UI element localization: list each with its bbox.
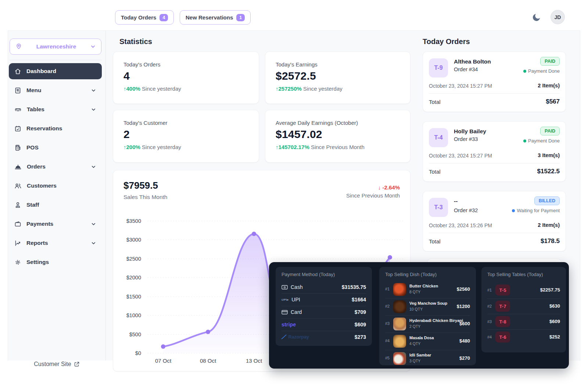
stripe-logo: stripe [282, 322, 296, 327]
customer-site-link[interactable]: Customer Site [8, 361, 106, 367]
location-name: Lawrenceshire [22, 43, 90, 50]
sidebar-item-label: Customers [27, 182, 57, 189]
table-badge: T-7 [495, 301, 510, 312]
total-label: Total [429, 99, 441, 105]
chevron-down-icon [90, 44, 96, 50]
sidebar-item-label: Reports [26, 240, 86, 246]
payment-method-panel: Payment Method (Today) Cash $31535.75 UP… [276, 267, 372, 346]
top-selling-dish-panel: Top Selling Dish (Today) #1 Butter Chick… [379, 267, 476, 365]
avatar-initials: JD [555, 14, 561, 20]
table-rank-row: #3 T-8 $609 [487, 315, 560, 329]
dashboard-page: Today Orders 4 New Reservations 1 JD Law… [0, 0, 588, 384]
cloche-icon [14, 163, 22, 170]
stat-card-todays-customer: Today's Customer 2 ↑200% Since yesterday [113, 110, 259, 163]
order-divider [429, 233, 560, 233]
total-value: $1522.5 [537, 168, 560, 175]
order-card[interactable]: T-3 -- Order #32 BILLED Waiting for Paym… [423, 191, 566, 251]
table-badge: T-3 [429, 198, 448, 217]
sidebar-divider [9, 60, 102, 60]
today-orders-button[interactable]: Today Orders 4 [115, 10, 174, 25]
moon-icon [531, 12, 542, 22]
sidebar-item-reservations[interactable]: Reservations [9, 120, 102, 137]
chevron-down-icon [91, 107, 96, 112]
new-reservations-button[interactable]: New Reservations 1 [180, 10, 251, 25]
payment-state-dot [523, 70, 526, 73]
sidebar-item-menu[interactable]: Menu [9, 82, 102, 98]
chevron-down-icon [91, 164, 96, 170]
sidebar-item-reports[interactable]: Reports [9, 235, 102, 251]
stat-delta: ↑200% Since yesterday [123, 144, 248, 150]
payment-state: Payment Done [523, 138, 560, 144]
stat-value: $2572.5 [276, 70, 400, 82]
sidebar-item-staff[interactable]: Staff [9, 197, 102, 213]
sidebar-item-label: Reservations [26, 125, 62, 132]
table-badge: T-5 [495, 285, 510, 296]
today-orders-heading: Today Orders [423, 37, 470, 46]
table-badge: T-9 [429, 58, 448, 77]
stat-value: $1457.02 [276, 128, 400, 141]
payment-row-card: Card $709 [282, 307, 366, 318]
report-chart-icon [14, 240, 21, 247]
stat-value: 2 [123, 128, 248, 141]
total-label: Total [429, 238, 441, 244]
sidebar-item-settings[interactable]: Settings [9, 254, 102, 270]
order-items-count: 2 Item(s) [538, 222, 560, 228]
customer-name: -- [454, 198, 458, 204]
payment-state: Waiting for Payment [512, 208, 560, 213]
stat-label: Today's Earnings [276, 61, 400, 68]
customer-name: Holly Bailey [454, 128, 486, 135]
user-avatar[interactable]: JD [551, 10, 565, 24]
table-rank-row: #4 T-6 $252 [487, 330, 560, 345]
total-value: $567 [546, 98, 560, 105]
pos-terminal-icon [14, 144, 21, 151]
sidebar-item-pos[interactable]: POS [9, 140, 102, 156]
dark-mode-toggle[interactable] [531, 12, 542, 22]
payment-state: Payment Done [523, 68, 560, 74]
payment-row-razorpay: ⟋ Razorpay $273 [282, 332, 366, 343]
order-card[interactable]: T-4 Holly Bailey Order #33 PAID Payment … [423, 121, 566, 182]
dish-row: #3 Hyderabadi Chicken Biryani 2 QTY $600 [385, 316, 470, 332]
sidebar-item-payments[interactable]: Payments [9, 216, 102, 232]
table-rank-row: #1 T-5 $2257.75 [487, 283, 560, 298]
dark-widgets-overlay: Payment Method (Today) Cash $31535.75 UP… [269, 262, 569, 369]
order-datetime: October 23, 2024 15:26 PM [429, 222, 492, 228]
dish-row: #2 Veg Manchow Soup 10 QTY $1200 [385, 299, 470, 315]
sidebar-item-label: Orders [27, 163, 86, 170]
order-card[interactable]: T-9 Althea Bolton Order #34 PAID Payment… [423, 51, 566, 112]
top-bar: Today Orders 4 New Reservations 1 JD [0, 0, 588, 30]
order-datetime: October 23, 2024 15:27 PM [429, 83, 492, 89]
order-divider [429, 93, 560, 94]
order-items-count: 2 Item(s) [538, 83, 560, 88]
wallet-icon [14, 221, 21, 228]
table-badge: T-6 [495, 332, 510, 343]
staff-person-icon [14, 202, 21, 209]
payment-method-title: Payment Method (Today) [282, 272, 335, 277]
upi-logo: UPI▸ [282, 298, 288, 301]
sidebar-item-tables[interactable]: Tables [9, 101, 102, 117]
statistics-heading: Statistics [119, 37, 152, 46]
stat-delta: ↑257250% Since yesterday [276, 86, 400, 92]
dish-photo [393, 318, 406, 330]
payment-row-cash: Cash $31535.75 [282, 282, 366, 293]
stat-card-todays-orders: Today's Orders 4 ↑400% Since yesterday [113, 51, 259, 104]
dish-photo [393, 300, 406, 313]
chevron-down-icon [91, 240, 96, 246]
sidebar-item-orders[interactable]: Orders [9, 159, 102, 175]
razorpay-logo: ⟋ [282, 334, 286, 340]
chevron-down-icon [91, 221, 96, 227]
stat-label: Average Daily Earnings (October) [276, 120, 400, 126]
status-badge: PAID [540, 57, 560, 66]
stat-delta: ↑145702.17% Since Previous Month [276, 144, 400, 150]
status-badge: PAID [540, 127, 560, 135]
sidebar-item-label: Tables [27, 106, 86, 113]
location-selector[interactable]: Lawrenceshire [10, 39, 101, 55]
table-icon [14, 106, 22, 113]
cash-icon [282, 285, 288, 290]
order-divider [429, 163, 560, 163]
new-reservations-button-label: New Reservations [186, 14, 233, 21]
stat-label: Today's Orders [123, 61, 248, 68]
sidebar-item-label: Menu [26, 87, 86, 94]
order-number: Order #32 [454, 207, 478, 213]
sidebar-item-customers[interactable]: Customers [9, 178, 102, 194]
sidebar-item-dashboard[interactable]: Dashboard [9, 63, 102, 79]
